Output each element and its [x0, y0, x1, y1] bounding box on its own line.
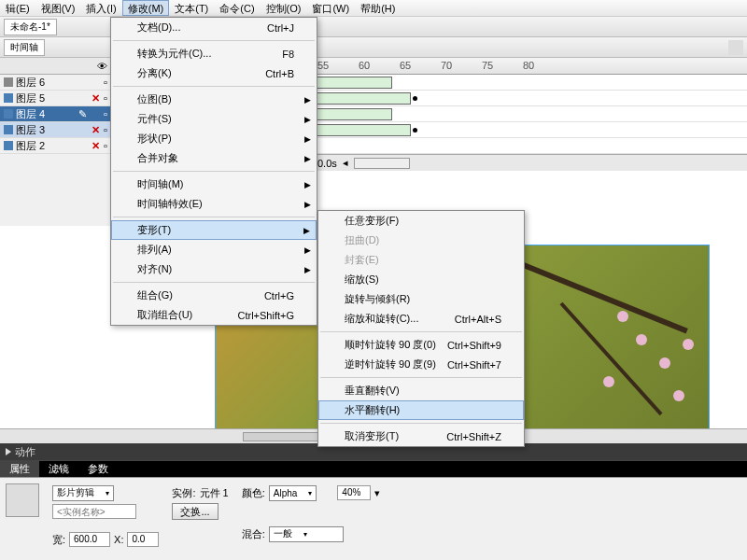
- tab-params[interactable]: 参数: [78, 460, 118, 478]
- layer-row[interactable]: 图层 6▫: [0, 75, 111, 91]
- menu-item[interactable]: 合并对象▶: [111, 148, 317, 168]
- actions-label: 动作: [15, 445, 35, 459]
- menu-item[interactable]: 转换为元件(C)...F8: [111, 44, 317, 63]
- tool-icon[interactable]: [728, 40, 743, 55]
- menu-item[interactable]: 旋转与倾斜(R): [318, 289, 524, 309]
- blend-select[interactable]: 一般: [269, 526, 344, 542]
- menu-item[interactable]: 形状(P)▶: [111, 129, 317, 148]
- layer-name: 图层 2: [16, 139, 87, 153]
- menu-item[interactable]: 视图(V): [35, 0, 81, 16]
- tab-properties[interactable]: 属性: [0, 460, 39, 478]
- layer-row[interactable]: 图层 4✎▫: [0, 106, 111, 122]
- menu-item[interactable]: 位图(B)▶: [111, 90, 317, 109]
- menu-item[interactable]: 缩放(S): [318, 270, 524, 289]
- width-label: 宽:: [52, 533, 65, 547]
- x-label: X:: [114, 534, 123, 545]
- lock-icon[interactable]: ▫: [104, 108, 107, 119]
- menu-item[interactable]: 水平翻转(H): [318, 400, 524, 420]
- menu-item[interactable]: 排列(A)▶: [111, 240, 317, 259]
- layer-row[interactable]: 图层 2✕▫: [0, 138, 111, 154]
- lock-icon[interactable]: ▫: [104, 92, 107, 104]
- ruler-mark: 80: [523, 60, 534, 71]
- symbol-type-select[interactable]: 影片剪辑: [52, 485, 114, 501]
- menu-item: 封套(E): [318, 250, 524, 270]
- layer-name: 图层 3: [16, 123, 87, 137]
- layer-row[interactable]: 图层 5✕▫: [0, 91, 111, 106]
- menubar: 辑(E)视图(V)插入(I)修改(M)文本(T)命令(C)控制(O)窗口(W)帮…: [0, 0, 747, 17]
- menu-item[interactable]: 修改(M): [122, 0, 170, 16]
- lock-icon[interactable]: ▫: [104, 140, 107, 151]
- menu-item[interactable]: 文档(D)...Ctrl+J: [111, 18, 317, 37]
- menu-item[interactable]: 取消组合(U)Ctrl+Shift+G: [111, 305, 317, 325]
- lock-icon[interactable]: ▫: [104, 124, 107, 135]
- menu-item[interactable]: 对齐(N)▶: [111, 259, 317, 279]
- doc-tab[interactable]: 未命名-1*: [4, 19, 57, 35]
- eye-icon[interactable]: 👁: [97, 61, 107, 72]
- ruler-mark: 65: [400, 60, 411, 71]
- layer-icon: [4, 125, 13, 134]
- delete-icon[interactable]: ✕: [90, 140, 101, 152]
- menu-item[interactable]: 逆时针旋转 90 度(9)Ctrl+Shift+7: [318, 355, 524, 374]
- color-select[interactable]: Alpha: [269, 485, 317, 501]
- layer-name: 图层 4: [16, 107, 76, 121]
- swap-button[interactable]: 交换...: [172, 503, 218, 520]
- x-field[interactable]: 0.0: [127, 532, 159, 547]
- menu-item: 扭曲(D): [318, 231, 524, 250]
- menu-item[interactable]: 辑(E): [0, 0, 35, 16]
- menu-item[interactable]: 垂直翻转(V): [318, 381, 524, 400]
- expand-icon[interactable]: [6, 448, 11, 455]
- menu-item[interactable]: 时间轴特效(E)▶: [111, 194, 317, 214]
- ruler-mark: 55: [317, 60, 329, 71]
- lock-icon[interactable]: ▫: [104, 77, 107, 88]
- ruler-mark: 75: [482, 60, 493, 71]
- menu-item[interactable]: 分离(K)Ctrl+B: [111, 63, 317, 83]
- instance-label: 实例:: [172, 486, 195, 500]
- menu-item[interactable]: 插入(I): [80, 0, 121, 16]
- color-label: 颜色:: [242, 486, 265, 500]
- ruler-mark: 70: [441, 60, 452, 71]
- instance-value: 元件 1: [200, 486, 229, 500]
- layer-icon: [4, 77, 13, 87]
- layer-icon: [4, 93, 13, 103]
- menu-item[interactable]: 取消变形(T)Ctrl+Shift+Z: [318, 427, 524, 446]
- layer-name: 图层 6: [16, 76, 87, 90]
- scrollbar[interactable]: [354, 158, 410, 169]
- layer-icon: [4, 109, 13, 119]
- layer-row[interactable]: 图层 3✕▫: [0, 122, 111, 138]
- instance-name-input[interactable]: [52, 504, 136, 519]
- menu-item[interactable]: 文本(T): [169, 0, 214, 16]
- menu-item[interactable]: 命令(C): [214, 0, 260, 16]
- menu-item[interactable]: 顺时针旋转 90 度(0)Ctrl+Shift+9: [318, 335, 524, 355]
- menu-item[interactable]: 缩放和旋转(C)...Ctrl+Alt+S: [318, 309, 524, 329]
- menu-item[interactable]: 任意变形(F): [318, 211, 524, 231]
- menu-item[interactable]: 时间轴(M)▶: [111, 175, 317, 194]
- menu-item[interactable]: 变形(T)▶: [111, 220, 317, 240]
- delete-icon[interactable]: ✕: [90, 124, 101, 136]
- properties-tabs: 属性 滤镜 参数: [0, 460, 747, 477]
- timeline-tab[interactable]: 时间轴: [4, 39, 45, 56]
- width-field[interactable]: 600.0: [69, 532, 110, 547]
- playhead-time: 0.0s: [317, 158, 337, 169]
- menu-item[interactable]: 帮助(H): [355, 0, 401, 16]
- menu-item[interactable]: 窗口(W): [306, 0, 355, 16]
- layer-name: 图层 5: [16, 91, 87, 105]
- instance-thumb: [6, 483, 39, 517]
- menu-item[interactable]: 组合(G)Ctrl+G: [111, 286, 317, 305]
- ruler-mark: 60: [359, 60, 370, 71]
- properties-panel: 影片剪辑 宽: 600.0 X: 0.0 实例: 元件 1 交换... 颜色: …: [0, 477, 747, 560]
- tab-filters[interactable]: 滤镜: [39, 460, 78, 478]
- layers-header: 👁: [0, 58, 111, 75]
- blend-label: 混合:: [242, 527, 265, 541]
- delete-icon[interactable]: ✕: [90, 92, 101, 105]
- pencil-icon: ✎: [78, 108, 87, 120]
- menu-item[interactable]: 控制(O): [261, 0, 307, 16]
- transform-submenu: 任意变形(F)扭曲(D)封套(E)缩放(S)旋转与倾斜(R)缩放和旋转(C)..…: [317, 210, 525, 447]
- modify-menu: 文档(D)...Ctrl+J转换为元件(C)...F8分离(K)Ctrl+B位图…: [110, 17, 317, 326]
- layer-icon: [4, 141, 13, 150]
- alpha-pct[interactable]: 40%: [337, 485, 371, 500]
- menu-item[interactable]: 元件(S)▶: [111, 109, 317, 129]
